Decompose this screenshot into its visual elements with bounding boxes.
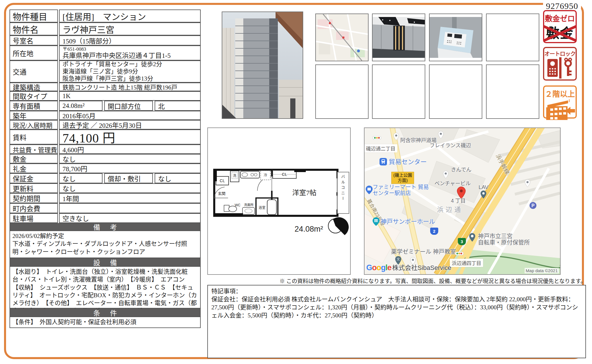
parking-icon: P bbox=[529, 202, 537, 210]
row-value: ラヴ神戸三宮 bbox=[59, 22, 201, 35]
badge-title: 敷金ゼロ bbox=[544, 13, 576, 23]
floorplan-closet-label: CL bbox=[282, 172, 287, 177]
empty-photo-cell bbox=[372, 64, 425, 119]
row-label: 所在地 bbox=[10, 45, 58, 60]
row-label: 保証金 bbox=[10, 173, 58, 183]
row-sublabel: 開口部方位 bbox=[104, 101, 153, 111]
special-notes-body: 保証会社：保証会社利用必須 株式会社ルームバンクインシュア 大手法人相談可・保険… bbox=[211, 295, 582, 319]
route-number: 2 bbox=[433, 229, 435, 234]
row-label: 号室名 bbox=[10, 35, 58, 45]
transit-line: 東海道線「三ノ宮」徒歩9分 bbox=[62, 68, 138, 75]
remarks-line: 下水道・ディンプルキー・ダブルロックドア・人感センサー付照明・シャワー・クローゼ… bbox=[12, 240, 198, 256]
rent-value: 74,100 円 bbox=[59, 129, 201, 144]
district-label: 磯辺通二丁目 bbox=[364, 144, 397, 153]
poi-pin-icon bbox=[438, 131, 444, 140]
row-label: 物件種目 bbox=[10, 9, 58, 22]
row-value: なし bbox=[155, 173, 201, 183]
row-value: なし bbox=[59, 183, 201, 193]
remarks-line: 2026/05/02解約予定 bbox=[12, 232, 198, 240]
empty-photo-cell bbox=[429, 64, 482, 119]
floorplan-closet-label: CL bbox=[220, 178, 225, 183]
logo-letter: o bbox=[377, 263, 381, 272]
store-label-line: センター駅前店 bbox=[373, 190, 411, 196]
floorplan-washer-label: 洗 bbox=[233, 174, 236, 178]
document-id: 9276950 bbox=[546, 1, 578, 11]
lobby-photo-image bbox=[373, 17, 425, 64]
intercom-photo bbox=[429, 14, 482, 61]
section-header-conditions: 条 件 bbox=[10, 308, 201, 317]
row-label: 共益費・管理費 bbox=[10, 144, 58, 154]
section-header-remarks: 備 考 bbox=[10, 223, 201, 230]
row-label: 町内会費 bbox=[10, 203, 58, 213]
row-label: 礼金 bbox=[10, 163, 58, 173]
station-icon bbox=[380, 158, 387, 167]
transit-line: 阪急神戸線「神戸三宮」徒歩13分 bbox=[62, 75, 153, 82]
compass-icon bbox=[328, 214, 350, 237]
row-value bbox=[59, 203, 201, 213]
svg-text:文: 文 bbox=[397, 257, 400, 261]
storage-label-line: 自転車・原付保管所 bbox=[478, 240, 530, 246]
row-value: 北 bbox=[155, 101, 201, 111]
floorplan-area-label: 24.08m² bbox=[295, 225, 323, 233]
conditions-content: 【条件】 外国人契約可能・保証会社利用必須 bbox=[10, 317, 201, 328]
building-photo-image bbox=[222, 12, 303, 118]
poi-pin-icon bbox=[443, 171, 449, 180]
poi-label: ベンチャービル bbox=[434, 181, 471, 186]
lobby-photo bbox=[372, 14, 425, 61]
row-value: なし bbox=[59, 173, 103, 183]
storage-label-line: 神戸市立三宮 bbox=[478, 233, 513, 239]
floorplan: CL CL 洗 冷 玄関 WC 洗面所 浴室 洋室7帖 24.08m² バルコニ… bbox=[207, 127, 351, 275]
route-number: 3 bbox=[461, 239, 463, 244]
direction-line: (磯上公園 bbox=[393, 173, 412, 178]
convenience-store-icon bbox=[366, 186, 373, 195]
route-shield-3: 3 bbox=[458, 238, 466, 245]
row-value: 1K bbox=[59, 91, 201, 101]
floorplan-balcony-label: バルコニー bbox=[340, 175, 346, 202]
google-logo: Google bbox=[366, 263, 391, 272]
storage-pin-icon bbox=[469, 233, 476, 243]
direction-line: 方面) bbox=[393, 178, 412, 183]
row-value: 1年間 bbox=[59, 193, 201, 203]
property-sheet: 9276950 物件種目 [住居用] マンション 物件名 ラヴ神戸三宮 号室名 … bbox=[0, 0, 592, 364]
row-label: 契約期間 bbox=[10, 193, 58, 203]
hall-label: 神戸サンボーホール bbox=[381, 218, 435, 225]
row-value: 4,600円 bbox=[59, 144, 201, 154]
special-notes-box: 特記事項： 保証会社：保証会社利用必須 株式会社ルームバンクインシュア 大手法人… bbox=[207, 285, 586, 358]
upper-floor-building-icon bbox=[545, 99, 575, 120]
poi-label: 薬学ゼミナール 神戸教室 bbox=[391, 249, 456, 255]
remarks-content: 2026/05/02解約予定 下水道・ディンプルキー・ダブルロックドア・人感セン… bbox=[10, 230, 201, 258]
row-value: [住居用] マンション bbox=[59, 9, 201, 22]
route-shield-2: 2 bbox=[430, 228, 438, 235]
poi-pin-icon bbox=[525, 179, 530, 188]
direction-sign: (磯上公園 方面) bbox=[391, 172, 414, 184]
map-thumbnail-image bbox=[316, 14, 368, 61]
deposit-crossed-stamp: 敷金 bbox=[544, 24, 576, 43]
floorplan-fridge-label: 冷 bbox=[264, 173, 267, 177]
badge-title: ２階以上 bbox=[544, 88, 576, 99]
block-label: 4 丁目 bbox=[451, 198, 466, 204]
row-value: ポトライナ「貿易センター」徒歩2分 東海道線「三ノ宮」徒歩9分 阪急神戸線「神戸… bbox=[59, 60, 201, 83]
logo-letter: g bbox=[381, 263, 386, 272]
building-photo bbox=[222, 12, 303, 119]
floorplan-wc-label: WC bbox=[235, 203, 240, 207]
row-value: 78,700円 bbox=[59, 163, 201, 173]
disclaimer-note: ※ この資料は物件の概略紹介資料になります。写真、間取図面、設備、概要などが現況… bbox=[207, 277, 586, 285]
autolock-icon bbox=[546, 57, 574, 79]
poi-label: フレイランス磯辺 bbox=[430, 143, 471, 148]
row-label: 物件名 bbox=[10, 22, 58, 35]
transit-line: ポトライナ「貿易センター」徒歩2分 bbox=[62, 61, 162, 68]
poi-pin-icon bbox=[393, 133, 399, 142]
row-label: 賃料 bbox=[10, 129, 58, 144]
address: 兵庫県神戸市中央区浜辺通４丁目1-5 bbox=[62, 52, 171, 60]
row-label: 更新料 bbox=[10, 183, 58, 193]
postal-code: 〒651-0083 bbox=[62, 46, 86, 52]
row-label: 建築構造 bbox=[10, 83, 58, 91]
store-label-line: ファミリーマート 貿易 bbox=[373, 184, 429, 190]
area-label: 浜辺通 bbox=[437, 206, 463, 213]
empty-photo-cell bbox=[486, 64, 539, 119]
station-label: 貿易センター bbox=[389, 159, 427, 165]
row-label: 現況/入居時期 bbox=[10, 120, 58, 129]
row-label: 専有面積 bbox=[10, 101, 58, 111]
row-value: 鉄筋コンクリート造 地上15階 総戸数196戸 bbox=[59, 83, 201, 91]
business-pin-icon bbox=[480, 190, 487, 200]
